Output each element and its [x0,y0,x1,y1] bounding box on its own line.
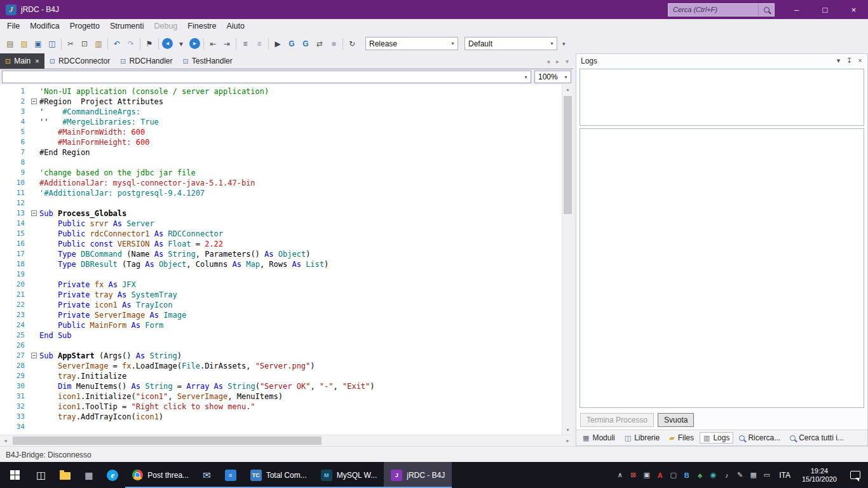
code-text[interactable]: Public const VERSION As Float = 2.22 [39,239,562,249]
ui-config-select[interactable]: Default ▾ [465,37,557,50]
code-text[interactable]: End Sub [39,330,562,341]
compile-run-icon[interactable]: G [299,37,312,50]
save-all-icon[interactable]: ◫ [46,37,58,50]
task-view-button[interactable]: ◫ [29,462,53,488]
switch-config-icon[interactable]: ⇄ [313,37,326,50]
maximize-button[interactable]: □ [811,0,839,19]
tab-rdcconnector[interactable]: ⊡RDCConnector [44,53,116,69]
code-text[interactable]: '' #MergeLibraries: True [39,117,562,127]
code-text[interactable] [39,422,562,432]
tray-antivirus-icon[interactable]: A [653,471,667,479]
copy-icon[interactable]: ⊡ [78,37,91,50]
close-tab-icon[interactable]: × [35,57,39,65]
logs-filter-box[interactable] [580,69,864,126]
clear-logs-button[interactable]: Svuota [658,413,694,427]
close-button[interactable]: × [839,0,868,19]
vertical-scroll-thumb[interactable] [564,96,572,214]
file-explorer-button[interactable] [53,462,78,488]
outdent-icon[interactable]: ⇤ [207,37,219,50]
menu-aiuto[interactable]: Aiuto [221,19,250,34]
scroll-up-icon[interactable]: ▲ [562,85,573,94]
undo-icon[interactable]: ↶ [111,37,123,50]
tray-mail-icon[interactable]: ⊠ [627,471,640,479]
save-icon[interactable]: ▣ [32,37,44,50]
menu-file[interactable]: File [2,19,25,34]
hidden-icons-chevron[interactable]: ∧ [613,471,627,479]
fold-collapse-icon[interactable]: − [31,210,37,216]
totalcmd-window-button[interactable]: TCTotal Com... [243,462,314,488]
stop-icon[interactable]: ■ [327,37,340,50]
redo-icon[interactable]: ↷ [125,37,137,50]
code-text[interactable] [39,158,562,168]
document-window-button[interactable]: ≡ [218,462,243,488]
horizontal-scroll-thumb[interactable] [13,437,322,445]
scroll-tabs-left-icon[interactable]: ◂ [543,58,553,65]
window-position-icon[interactable]: ▾ [833,57,844,65]
code-text[interactable]: Private ServerImage As Image [39,310,562,320]
build-config-select[interactable]: Release ▾ [365,37,458,50]
menu-finestre[interactable]: Finestre [182,19,221,34]
code-text[interactable]: Type DBResult (Tag As Object, Columns As… [39,259,562,269]
tray-vpn-icon[interactable]: ♣ [693,471,707,479]
code-text[interactable]: Private icon1 As TrayIcon [39,300,562,310]
code-text[interactable]: Public srvr As Server [39,219,562,229]
rebuild-icon[interactable]: ↻ [346,37,358,50]
close-panel-icon[interactable]: × [855,57,865,65]
tray-monitor-icon[interactable]: ▭ [760,471,773,479]
code-text[interactable]: #MainFormHeight: 600 [39,137,562,147]
mail-window-button[interactable]: ✉ [196,462,218,488]
code-text[interactable]: '#AdditionalJar: postgresql-9.4.1207 [39,188,562,198]
code-text[interactable]: Dim MenuItems() As String = Array As Str… [39,381,562,391]
vertical-scrollbar[interactable]: ▲ ▼ [562,85,573,435]
back-history-icon[interactable]: ▾ [175,37,187,50]
comment-icon[interactable]: ≡ [239,37,252,50]
menu-progetto[interactable]: Progetto [65,19,105,34]
tab-list-icon[interactable]: ▾ [562,58,572,65]
tab-cerca-tutti[interactable]: Cerca tutti i... [786,432,848,444]
member-navigator-select[interactable]: ▾ [2,71,531,83]
logs-output-box[interactable] [580,128,864,408]
navigate-back-icon[interactable]: ◄ [162,38,173,49]
open-icon[interactable]: ▧ [18,37,31,50]
minimize-button[interactable]: – [782,0,811,19]
code-text[interactable]: ServerImage = fx.LoadImage(File.DirAsset… [39,361,562,371]
scroll-down-icon[interactable]: ▼ [562,425,573,435]
code-text[interactable]: icon1.ToolTip = "Right click to show men… [39,402,562,412]
code-text[interactable]: Type DBCommand (Name As String, Paramete… [39,249,562,259]
code-text[interactable]: #AdditionalJar: mysql-connector-java-5.1… [39,178,562,188]
toolbar-overflow-icon[interactable]: ▾ [562,41,566,47]
code-text[interactable]: ' #CommandLineArgs: [39,107,562,117]
action-center-button[interactable] [843,471,868,479]
scroll-tabs-right-icon[interactable]: ▸ [553,58,562,65]
tray-bluetooth-icon[interactable]: B [680,471,693,479]
paste-icon[interactable]: ▥ [92,37,105,50]
tray-display-icon[interactable]: ▢ [667,471,680,479]
tab-files[interactable]: ▰Files [665,432,698,444]
code-text[interactable]: Private tray As SystemTray [39,290,562,300]
new-module-icon[interactable]: ▤ [4,37,17,50]
tab-ricerca[interactable]: Ricerca... [735,432,784,444]
indent-icon[interactable]: ⇥ [220,37,233,50]
code-text[interactable]: tray.AddTrayIcon(icon1) [39,412,562,422]
code-text[interactable]: 'Non-UI application (console / server ap… [39,86,562,97]
fold-collapse-icon[interactable]: − [31,353,37,358]
chrome-window-button[interactable]: Post threa... [125,462,196,488]
horizontal-scrollbar[interactable]: ◄ ► [0,435,573,446]
code-text[interactable]: Sub Process_Globals [39,208,562,219]
code-text[interactable]: Private fx As JFX [39,280,562,290]
start-button[interactable] [0,462,29,488]
code-text[interactable]: Public MainForm As Form [39,320,562,330]
compile-icon[interactable]: G [285,37,298,50]
menu-modifica[interactable]: Modifica [25,19,65,34]
tray-volume-icon[interactable]: ♪ [720,471,733,479]
menu-debug[interactable]: Debug [149,19,182,34]
tab-main[interactable]: ⊡Main× [0,53,44,69]
search-icon[interactable] [758,4,774,16]
b4j-window-button[interactable]: JjRDC - B4J [384,462,452,488]
code-text[interactable]: tray.Initialize [39,371,562,381]
fold-collapse-icon[interactable]: − [31,98,37,104]
code-text[interactable]: Public rdcConnector1 As RDCConnector [39,229,562,239]
tab-rdchandler[interactable]: ⊡RDCHandler [115,53,177,69]
bookmark-icon[interactable]: ⚑ [143,37,156,50]
code-text[interactable]: #Region Project Attributes [39,97,562,107]
